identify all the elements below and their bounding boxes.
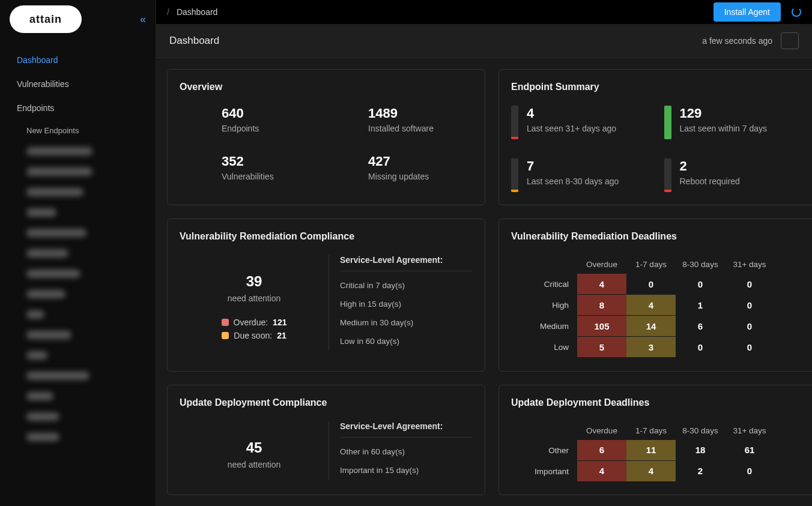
breadcrumb-separator: / — [167, 7, 169, 17]
sidebar-item-endpoints[interactable]: Endpoints — [0, 96, 156, 120]
breadcrumb-current[interactable]: Dashboard — [177, 7, 218, 17]
deadlines-col-header: Overdue — [577, 421, 626, 440]
deadlines-col-header: 1-7 days — [626, 255, 676, 274]
sidebar-subitem-blurred[interactable] — [0, 366, 156, 386]
deadlines-col-header: 8-30 days — [676, 421, 725, 440]
deadlines-cell[interactable]: 105 — [577, 316, 626, 336]
vuln-compliance-sla: Service-Level Agreement: Critical in 7 d… — [329, 255, 473, 351]
sla-heading: Service-Level Agreement: — [340, 255, 473, 271]
deadlines-cell[interactable]: 0 — [725, 337, 774, 357]
install-agent-button[interactable]: Install Agent — [714, 2, 781, 22]
sla-heading: Service-Level Agreement: — [340, 421, 473, 438]
endpoint-stat-reboot[interactable]: 2 Reboot required — [664, 158, 801, 192]
stat-label: Installed software — [368, 124, 473, 133]
deadlines-row-label: Low — [511, 337, 577, 358]
duesoon-row: Due soon: 21 — [222, 331, 286, 340]
sidebar-subitem-blurred[interactable] — [0, 386, 156, 406]
need-attention-label: need attention — [228, 294, 281, 303]
deadlines-cell[interactable]: 14 — [626, 316, 676, 336]
content: Overview 640 Endpoints 1489 Installed so… — [156, 58, 812, 506]
deadlines-row-label: High — [511, 295, 577, 316]
sidebar-subitem-blurred[interactable] — [0, 243, 156, 264]
duesoon-value: 21 — [277, 331, 286, 340]
deadlines-cell[interactable]: 0 — [725, 274, 774, 294]
overview-stat-installed-software[interactable]: 1489 Installed software — [326, 106, 473, 133]
sidebar-nav: Dashboard Vulnerabilities Endpoints New … — [0, 38, 156, 447]
stat-bar-icon — [511, 106, 518, 139]
sidebar-subitem-blurred[interactable] — [0, 304, 156, 325]
need-attention-label: need attention — [228, 460, 281, 469]
topbar-right: Install Agent — [714, 2, 801, 22]
sidebar-subitem-blurred[interactable] — [0, 161, 156, 182]
update-compliance-title: Update Deployment Compliance — [180, 397, 473, 408]
deadlines-cell[interactable]: 3 — [626, 337, 676, 357]
deadlines-cell[interactable]: 6 — [577, 440, 626, 460]
endpoint-stat-8-30days[interactable]: 7 Last seen 8-30 days ago — [511, 158, 647, 192]
deadlines-cell[interactable]: 4 — [577, 461, 626, 481]
overview-stat-endpoints[interactable]: 640 Endpoints — [180, 106, 326, 133]
deadlines-cell[interactable]: 61 — [725, 440, 774, 460]
deadlines-cell[interactable]: 0 — [676, 337, 725, 357]
stat-value: 129 — [680, 106, 768, 121]
vuln-compliance-title: Vulnerability Remediation Compliance — [180, 231, 473, 242]
main: / Dashboard Install Agent Dashboard a fe… — [156, 0, 812, 506]
stat-label: Vulnerabilities — [222, 172, 326, 181]
endpoint-stat-7days[interactable]: 129 Last seen within 7 days — [664, 106, 801, 139]
deadlines-cell[interactable]: 0 — [725, 295, 774, 315]
sidebar-subitem-blurred[interactable] — [0, 264, 156, 284]
deadlines-cell[interactable]: 4 — [626, 461, 676, 481]
vuln-deadlines-table: Overdue1-7 days8-30 days31+ daysCritical… — [511, 255, 800, 358]
overview-stat-vulnerabilities[interactable]: 352 Vulnerabilities — [180, 154, 326, 181]
refresh-button[interactable] — [781, 32, 799, 49]
endpoint-summary-title: Endpoint Summary — [511, 82, 800, 92]
topbar: / Dashboard Install Agent — [156, 0, 812, 24]
deadlines-cell[interactable]: 18 — [676, 440, 725, 460]
deadlines-cell[interactable]: 0 — [626, 274, 676, 294]
stat-label: Last seen within 7 days — [680, 124, 768, 133]
update-compliance-summary: 45 need attention — [180, 421, 329, 480]
need-attention-value: 45 — [246, 439, 262, 456]
subheader: Dashboard a few seconds ago — [156, 24, 812, 58]
deadlines-cell[interactable]: 0 — [676, 274, 725, 294]
deadlines-cell[interactable]: 1 — [676, 295, 725, 315]
deadlines-cell[interactable]: 0 — [725, 461, 774, 481]
sidebar-subitem-blurred[interactable] — [0, 427, 156, 447]
sidebar-subitem-blurred[interactable] — [0, 325, 156, 345]
sidebar: attain « Dashboard Vulnerabilities Endpo… — [0, 0, 156, 506]
deadlines-cell[interactable]: 0 — [725, 316, 774, 336]
sidebar-item-dashboard[interactable]: Dashboard — [0, 48, 156, 72]
sidebar-subitem-blurred[interactable] — [0, 284, 156, 304]
update-deadlines-card: Update Deployment Deadlines Overdue1-7 d… — [498, 385, 812, 495]
stat-value: 427 — [368, 154, 473, 169]
overdue-label: Overdue: — [234, 318, 268, 327]
sidebar-item-vulnerabilities[interactable]: Vulnerabilities — [0, 72, 156, 96]
sidebar-subitem-blurred[interactable] — [0, 182, 156, 202]
sidebar-subitem-blurred[interactable] — [0, 345, 156, 366]
endpoint-summary-grid: 4 Last seen 31+ days ago 129 Last seen w… — [511, 106, 800, 192]
deadlines-cell[interactable]: 11 — [626, 440, 676, 460]
sidebar-subitem-blurred[interactable] — [0, 141, 156, 161]
sidebar-subitem-blurred[interactable] — [0, 223, 156, 243]
update-deadlines-table: Overdue1-7 days8-30 days31+ daysOther611… — [511, 421, 800, 482]
deadlines-cell[interactable]: 6 — [676, 316, 725, 336]
deadlines-row-label: Critical — [511, 274, 577, 295]
deadlines-cell[interactable]: 4 — [577, 274, 626, 294]
sidebar-subitem-blurred[interactable] — [0, 202, 156, 223]
deadlines-cell[interactable]: 4 — [626, 295, 676, 315]
sidebar-collapse-button[interactable]: « — [140, 13, 146, 26]
duesoon-label: Due soon: — [234, 331, 272, 340]
chevron-double-left-icon: « — [140, 13, 146, 25]
loading-spinner-icon — [792, 7, 801, 17]
endpoint-stat-31plus[interactable]: 4 Last seen 31+ days ago — [511, 106, 647, 139]
deadlines-cell[interactable]: 2 — [676, 461, 725, 481]
stat-label: Reboot required — [680, 176, 740, 186]
deadlines-cell[interactable]: 8 — [577, 295, 626, 315]
update-compliance-sla: Service-Level Agreement: Other in 60 day… — [329, 421, 473, 480]
overview-stat-missing-updates[interactable]: 427 Missing updates — [326, 154, 473, 181]
overview-title: Overview — [180, 82, 473, 92]
vuln-deadlines-title: Vulnerability Remediation Deadlines — [511, 231, 800, 242]
sidebar-subitem-new-endpoints[interactable]: New Endpoints — [0, 120, 156, 141]
update-deadlines-title: Update Deployment Deadlines — [511, 397, 800, 408]
deadlines-cell[interactable]: 5 — [577, 337, 626, 357]
sidebar-subitem-blurred[interactable] — [0, 406, 156, 427]
